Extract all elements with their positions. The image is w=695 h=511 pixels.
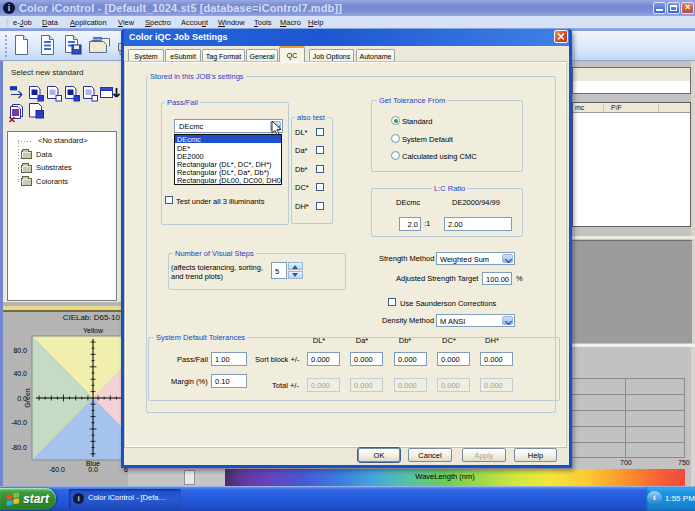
svg-text:0.0: 0.0 xyxy=(88,466,98,473)
svg-text:-80.0: -80.0 xyxy=(11,444,27,451)
svg-text:Green: Green xyxy=(24,388,31,408)
svg-text:40.0: 40.0 xyxy=(13,370,27,377)
svg-text:-40.0: -40.0 xyxy=(11,419,27,426)
svg-text:-60.0: -60.0 xyxy=(49,466,65,473)
svg-text:80.0: 80.0 xyxy=(13,347,27,354)
svg-text:Yellow: Yellow xyxy=(83,327,104,334)
